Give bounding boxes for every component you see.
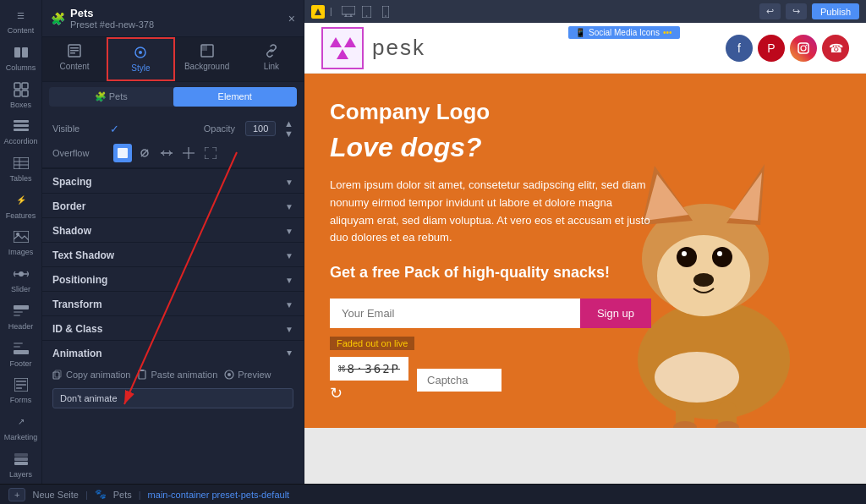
- close-button[interactable]: ×: [288, 12, 295, 25]
- sidebar-item-layers[interactable]: Layers: [3, 446, 40, 482]
- svg-rect-47: [140, 370, 144, 371]
- signup-button[interactable]: Sign up: [580, 299, 651, 328]
- overflow-scroll-icon[interactable]: [157, 144, 176, 162]
- svg-rect-0: [14, 47, 20, 58]
- svg-rect-45: [55, 370, 61, 377]
- toolbar-actions: ↩ ↪ Publish: [759, 3, 859, 19]
- id-class-section-header[interactable]: ID & Class ▼: [42, 315, 304, 340]
- sidebar-item-tables[interactable]: Tables: [3, 151, 40, 187]
- text-shadow-title: Text Shadow: [52, 249, 114, 261]
- tab-background[interactable]: Background: [175, 37, 239, 81]
- animation-select[interactable]: Don't animate Fade In Slide In Bounce Zo…: [52, 388, 293, 408]
- phone-icon[interactable]: ☎: [822, 35, 849, 62]
- sidebar-item-content[interactable]: ☰ Content: [3, 3, 40, 39]
- email-input[interactable]: [330, 299, 580, 328]
- svg-point-56: [366, 15, 368, 17]
- preview-animation-button[interactable]: Preview: [224, 370, 271, 380]
- positioning-section-header[interactable]: Positioning ▼: [42, 266, 304, 291]
- sidebar-label-marketing: Marketing: [4, 433, 38, 441]
- svg-point-58: [385, 15, 386, 17]
- sub-tab-element[interactable]: Element: [173, 87, 298, 107]
- preview-yellow-icon: [311, 5, 325, 19]
- footer-icon: [13, 340, 30, 357]
- content-tab-icon: [68, 44, 81, 60]
- sidebar-item-forms[interactable]: Forms: [3, 373, 40, 408]
- device-desktop-icon[interactable]: [341, 4, 356, 19]
- hero-body-text: Lorem ipsum dolor sit amet, consetetur s…: [330, 177, 651, 247]
- sidebar-item-columns[interactable]: Columns: [3, 41, 40, 76]
- overflow-auto-icon[interactable]: [179, 144, 198, 162]
- overflow-hidden-icon[interactable]: [135, 144, 154, 162]
- sidebar-label-tables: Tables: [9, 174, 31, 183]
- paste-animation-button[interactable]: Paste animation: [137, 370, 217, 380]
- sidebar-item-slider[interactable]: Slider: [3, 262, 40, 298]
- svg-rect-38: [118, 148, 128, 158]
- svg-rect-6: [14, 120, 29, 123]
- border-section-header[interactable]: Border ▼: [42, 193, 304, 217]
- pinterest-icon[interactable]: P: [758, 35, 785, 62]
- panel-content: Visible ✓ Opacity ▲▼ Overflow: [42, 112, 304, 484]
- undo-button[interactable]: ↩: [759, 3, 781, 19]
- opacity-input[interactable]: [245, 121, 276, 136]
- device-tablet-icon[interactable]: [359, 4, 375, 19]
- sidebar-item-boxes[interactable]: Boxes: [3, 77, 40, 112]
- instagram-icon[interactable]: [790, 35, 817, 62]
- svg-point-49: [227, 373, 231, 376]
- svg-rect-17: [14, 305, 29, 310]
- svg-rect-2: [14, 83, 20, 89]
- text-shadow-section-header[interactable]: Text Shadow ▼: [42, 242, 304, 266]
- opacity-stepper[interactable]: ▲▼: [284, 118, 293, 139]
- columns-icon: [13, 44, 30, 61]
- spacing-title: Spacing: [52, 176, 92, 188]
- svg-rect-29: [14, 462, 28, 465]
- sidebar-item-footer[interactable]: Footer: [3, 336, 40, 371]
- images-icon: [13, 228, 30, 245]
- svg-rect-51: [342, 6, 355, 14]
- tab-content[interactable]: Content: [42, 37, 107, 81]
- device-mobile-icon[interactable]: [378, 4, 393, 19]
- captcha-input[interactable]: [417, 369, 502, 392]
- content-area: | ↩ ↪ Publish: [304, 0, 866, 484]
- visible-label: Visible: [52, 123, 103, 134]
- accordion-icon: [13, 118, 30, 134]
- svg-marker-50: [315, 8, 321, 15]
- transform-section-header[interactable]: Transform ▼: [42, 291, 304, 315]
- sidebar-item-features[interactable]: ⚡ Features: [3, 188, 40, 223]
- sub-tab-pets[interactable]: 🧩 Pets: [49, 87, 173, 107]
- sidebar-item-header[interactable]: Header: [3, 299, 40, 335]
- refresh-icon[interactable]: ↻: [330, 384, 408, 403]
- preview-spacer: |: [330, 7, 332, 16]
- copy-animation-button[interactable]: Copy animation: [52, 370, 130, 380]
- header-icon: [13, 303, 30, 320]
- transform-title: Transform: [52, 299, 102, 310]
- panel-header: 🧩 Pets Preset #ed-new-378 ×: [42, 0, 304, 37]
- svg-rect-22: [14, 346, 20, 348]
- paste-animation-label: Paste animation: [151, 370, 217, 380]
- overflow-expand-icon[interactable]: [201, 144, 220, 162]
- facebook-icon[interactable]: f: [726, 35, 753, 62]
- breadcrumb-link[interactable]: main-container preset-pets-default: [148, 490, 290, 500]
- sidebar-item-accordion[interactable]: Accordion: [3, 114, 40, 150]
- tab-link[interactable]: Link: [239, 37, 304, 81]
- redo-button[interactable]: ↪: [786, 3, 807, 19]
- animation-section-header[interactable]: Animation ▲: [42, 341, 304, 364]
- new-page-button[interactable]: +: [8, 488, 25, 501]
- shadow-section-header[interactable]: Shadow ▼: [42, 217, 304, 242]
- svg-rect-18: [14, 311, 23, 313]
- hero-title: Company Logo: [330, 99, 841, 125]
- puzzle-icon: 🧩: [51, 12, 65, 25]
- sidebar-item-marketing[interactable]: ↗ Marketing: [3, 410, 40, 446]
- spacing-section-header[interactable]: Spacing ▼: [42, 168, 304, 193]
- border-arrow: ▼: [285, 202, 293, 211]
- preview-toolbar: | ↩ ↪ Publish: [304, 0, 866, 23]
- tab-content-label: Content: [60, 62, 90, 71]
- faded-label: Faded out on live: [330, 337, 414, 350]
- overflow-visible-icon[interactable]: [113, 144, 132, 162]
- tab-style[interactable]: Style: [107, 37, 174, 81]
- captcha-image: ⌘8·362P: [330, 357, 408, 381]
- sidebar-label-header: Header: [8, 322, 34, 331]
- svg-point-61: [806, 44, 808, 46]
- visible-check[interactable]: ✓: [110, 123, 119, 135]
- publish-button[interactable]: Publish: [812, 3, 859, 19]
- sidebar-item-images[interactable]: Images: [3, 225, 40, 260]
